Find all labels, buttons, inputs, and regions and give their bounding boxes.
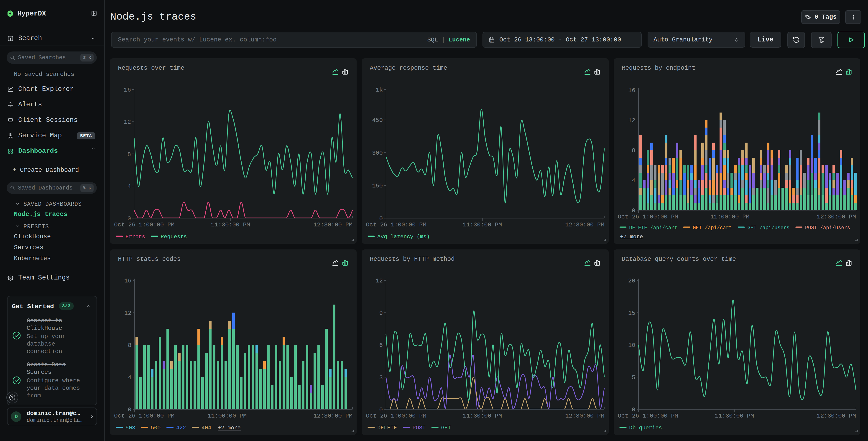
svg-text:9: 9 xyxy=(379,310,383,317)
svg-text:0: 0 xyxy=(632,207,635,214)
svg-text:12:30:00 PM: 12:30:00 PM xyxy=(565,222,604,228)
svg-text:0: 0 xyxy=(632,406,635,413)
svg-text:Average response time: Average response time xyxy=(370,65,447,71)
svg-text:4: 4 xyxy=(632,177,635,184)
svg-text:+2 more: +2 more xyxy=(218,425,241,431)
svg-text:5: 5 xyxy=(632,374,635,381)
svg-text:Oct 26 1:00:00 PM: Oct 26 1:00:00 PM xyxy=(618,213,678,220)
svg-text:11:30:00 PM: 11:30:00 PM xyxy=(211,222,250,228)
svg-text:0: 0 xyxy=(379,215,383,222)
svg-text:15: 15 xyxy=(628,310,635,317)
svg-text:8: 8 xyxy=(128,342,131,349)
svg-text:16: 16 xyxy=(124,277,131,284)
svg-text:Database query counts over tim: Database query counts over time xyxy=(622,256,736,263)
svg-text:DELETE: DELETE xyxy=(377,425,397,431)
svg-text:12: 12 xyxy=(376,277,383,284)
svg-text:4: 4 xyxy=(127,183,131,190)
svg-text:Avg latency (ms): Avg latency (ms) xyxy=(377,234,430,240)
svg-text:11:00:00 PM: 11:00:00 PM xyxy=(208,413,247,419)
svg-text:DELETE /api/cart: DELETE /api/cart xyxy=(629,225,677,231)
svg-text:Oct 26 1:00:00 PM: Oct 26 1:00:00 PM xyxy=(366,413,426,419)
svg-text:450: 450 xyxy=(372,117,383,124)
svg-text:0: 0 xyxy=(128,406,131,413)
svg-text:10: 10 xyxy=(628,342,635,349)
svg-text:20: 20 xyxy=(628,277,635,284)
svg-text:12: 12 xyxy=(124,310,131,317)
svg-text:8: 8 xyxy=(632,147,635,154)
svg-text:Requests: Requests xyxy=(161,234,187,240)
svg-text:12:30:00 PM: 12:30:00 PM xyxy=(313,222,352,228)
svg-text:Oct 26 1:00:00 PM: Oct 26 1:00:00 PM xyxy=(618,413,678,419)
svg-text:11:30:00 PM: 11:30:00 PM xyxy=(463,222,502,228)
svg-text:4: 4 xyxy=(128,374,131,381)
svg-text:GET /api/users: GET /api/users xyxy=(747,225,789,231)
svg-text:Errors: Errors xyxy=(125,234,145,240)
svg-text:12:30:00 PM: 12:30:00 PM xyxy=(565,413,604,419)
svg-text:11:30:00 PM: 11:30:00 PM xyxy=(715,413,754,419)
svg-text:Oct 26 1:00:00 PM: Oct 26 1:00:00 PM xyxy=(366,222,426,228)
svg-text:12:30:00 PM: 12:30:00 PM xyxy=(313,413,352,419)
svg-text:GET: GET xyxy=(441,425,451,431)
svg-text:Oct 26 1:00:00 PM: Oct 26 1:00:00 PM xyxy=(114,413,175,419)
svg-text:Oct 26 1:00:00 PM: Oct 26 1:00:00 PM xyxy=(114,222,175,228)
svg-text:1k: 1k xyxy=(376,87,383,93)
svg-text:422: 422 xyxy=(176,425,186,431)
svg-text:300: 300 xyxy=(372,150,383,156)
svg-text:0: 0 xyxy=(127,215,131,222)
svg-text:12: 12 xyxy=(124,119,131,125)
svg-text:Db queries: Db queries xyxy=(629,425,662,431)
svg-text:500: 500 xyxy=(151,425,160,431)
svg-text:POST: POST xyxy=(412,425,426,431)
svg-text:Requests over time: Requests over time xyxy=(118,65,184,71)
svg-text:6: 6 xyxy=(379,342,383,349)
svg-text:11:00:00 PM: 11:00:00 PM xyxy=(710,213,750,220)
svg-text:16: 16 xyxy=(628,87,635,94)
svg-text:+7 more: +7 more xyxy=(620,234,643,240)
svg-text:POST /api/users: POST /api/users xyxy=(805,225,850,231)
svg-text:404: 404 xyxy=(202,425,211,431)
svg-text:16: 16 xyxy=(124,87,131,93)
svg-text:8: 8 xyxy=(127,151,131,158)
svg-text:12:30:00 PM: 12:30:00 PM xyxy=(817,413,856,419)
svg-text:Requests by HTTP method: Requests by HTTP method xyxy=(370,256,455,263)
svg-text:HTTP status codes: HTTP status codes xyxy=(118,256,181,263)
svg-text:Requests by endpoint: Requests by endpoint xyxy=(622,65,695,71)
svg-text:11:30:00 PM: 11:30:00 PM xyxy=(463,413,502,419)
svg-text:GET /api/cart: GET /api/cart xyxy=(693,225,732,231)
svg-text:12:30:00 PM: 12:30:00 PM xyxy=(817,213,856,220)
svg-text:3: 3 xyxy=(379,374,383,381)
svg-text:503: 503 xyxy=(125,425,135,431)
svg-text:150: 150 xyxy=(372,182,383,189)
svg-text:12: 12 xyxy=(628,117,635,124)
svg-text:0: 0 xyxy=(379,406,383,413)
